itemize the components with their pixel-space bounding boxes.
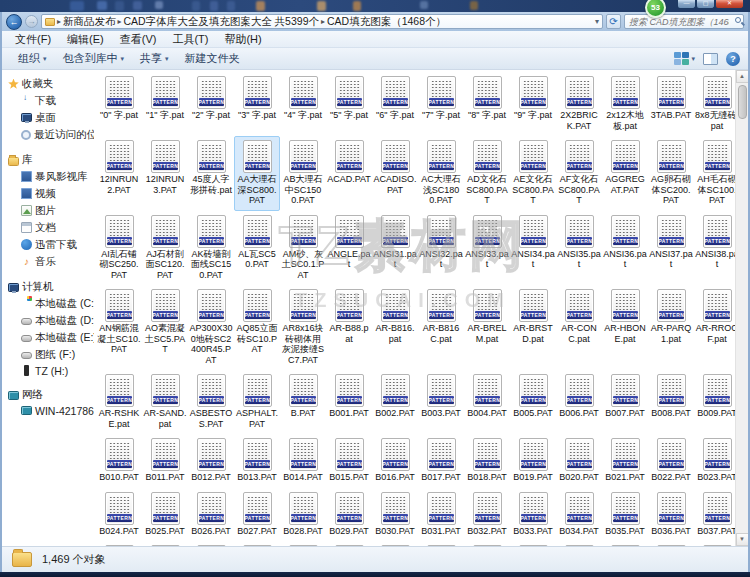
scrollbar-thumb[interactable] bbox=[738, 85, 747, 119]
sidebar-item[interactable]: 图片 bbox=[8, 202, 94, 219]
search-input[interactable] bbox=[624, 14, 744, 29]
file-item[interactable]: PATTERNB001.PAT bbox=[326, 370, 372, 434]
file-item[interactable]: PATTERNAP300X300地砖SC2400R45.PAT bbox=[188, 285, 234, 370]
menu-item[interactable]: 帮助(H) bbox=[217, 31, 268, 48]
file-item[interactable]: PATTERNAI乱石铺砌SC250.PAT bbox=[96, 211, 142, 286]
file-item[interactable]: PATTERN"6" 字.pat bbox=[372, 72, 418, 136]
menu-item[interactable]: 查看(V) bbox=[113, 31, 164, 48]
file-item[interactable]: PATTERNB.PAT bbox=[280, 370, 326, 434]
file-item[interactable]: PATTERNB011.PAT bbox=[142, 434, 188, 488]
file-item[interactable]: PATTERNACAD.PAT bbox=[326, 136, 372, 211]
sidebar-item[interactable]: 本地磁盘 (E:) bbox=[8, 329, 94, 346]
file-item[interactable]: PATTERNB006.PAT bbox=[556, 370, 602, 434]
back-button[interactable]: ← bbox=[6, 14, 22, 30]
file-item[interactable]: PATTERNB015.PAT bbox=[326, 434, 372, 488]
close-button[interactable]: ✕ bbox=[715, 0, 744, 9]
sidebar-section-header[interactable]: 计算机 bbox=[8, 279, 94, 295]
file-item[interactable]: PATTERNAR-BRSTD.pat bbox=[510, 285, 556, 370]
file-item[interactable]: PATTERN3TAB.PAT bbox=[648, 72, 694, 136]
file-item[interactable]: PATTERNAN钢筋混凝土SC10.PAT bbox=[96, 285, 142, 370]
file-item[interactable]: PATTERNB012.PAT bbox=[188, 434, 234, 488]
breadcrumb-segment[interactable]: CAD填充图案（1468个） bbox=[327, 15, 446, 29]
sidebar-item[interactable]: 最近访问的位置 bbox=[8, 126, 94, 143]
help-button[interactable]: ? bbox=[726, 52, 740, 66]
file-item[interactable]: PATTERNB021.PAT bbox=[602, 434, 648, 488]
file-item[interactable]: PATTERN"0" 字.pat bbox=[96, 72, 142, 136]
toolbar-button[interactable]: 共享▾ bbox=[132, 49, 177, 68]
file-item[interactable]: PATTERNACADISO.PAT bbox=[372, 136, 418, 211]
file-item[interactable]: PATTERNANGLE.pat bbox=[326, 211, 372, 286]
file-item[interactable]: PATTERNANSI34.pat bbox=[510, 211, 556, 286]
file-item[interactable]: PATTERNB008.PAT bbox=[648, 370, 694, 434]
sidebar-item[interactable]: 视频 bbox=[8, 185, 94, 202]
maximize-button[interactable]: ▢ bbox=[696, 0, 715, 9]
file-item[interactable]: PATTERNB007.PAT bbox=[602, 370, 648, 434]
sidebar-section-header[interactable]: 库 bbox=[8, 152, 94, 168]
file-item[interactable]: PATTERNAO素混凝土SC5.PAT bbox=[142, 285, 188, 370]
file-item[interactable]: PATTERNB036.PAT bbox=[648, 488, 694, 542]
file-item[interactable]: PATTERNANSI33.pat bbox=[464, 211, 510, 286]
file-item[interactable]: PATTERNAR-CONC.pat bbox=[556, 285, 602, 370]
toolbar-button[interactable]: 新建文件夹 bbox=[177, 49, 248, 68]
file-item[interactable]: PATTERNAE文化石SC800.PAT bbox=[510, 136, 556, 211]
sidebar-item[interactable]: 桌面 bbox=[8, 109, 94, 126]
file-item[interactable]: PATTERNB014.PAT bbox=[280, 434, 326, 488]
file-item[interactable]: PATTERNB031.PAT bbox=[418, 488, 464, 542]
file-item[interactable]: PATTERNB051.PAT bbox=[694, 541, 735, 546]
file-item[interactable]: PATTERNB017.PAT bbox=[418, 434, 464, 488]
file-item[interactable]: PATTERNANSI37.pat bbox=[648, 211, 694, 286]
toolbar-button[interactable]: 组织▾ bbox=[10, 49, 55, 68]
file-item[interactable]: PATTERNANSI31.pat bbox=[372, 211, 418, 286]
sidebar-section-header[interactable]: 网络 bbox=[8, 387, 94, 403]
file-item[interactable]: PATTERNAR-PARQ1.pat bbox=[648, 285, 694, 370]
file-item[interactable]: PATTERNB035.PAT bbox=[602, 488, 648, 542]
file-item[interactable]: PATTERNAR-BRELM.pat bbox=[464, 285, 510, 370]
breadcrumb-separator-icon[interactable]: ▸ bbox=[118, 17, 122, 26]
file-item[interactable]: PATTERNB020.PAT bbox=[556, 434, 602, 488]
file-item[interactable]: PATTERNAC大理石浅SC1800.PAT bbox=[418, 136, 464, 211]
file-item[interactable]: PATTERNB024.PAT bbox=[96, 488, 142, 542]
forward-button[interactable]: → bbox=[25, 15, 38, 28]
file-item[interactable]: PATTERNAK砖墙剖面线SC150.PAT bbox=[188, 211, 234, 286]
file-item[interactable]: PATTERNAR-HBONE.pat bbox=[602, 285, 648, 370]
file-item[interactable]: PATTERNB029.PAT bbox=[326, 488, 372, 542]
change-view-button[interactable]: ▾ bbox=[674, 52, 695, 65]
file-item[interactable]: PATTERNB042.PAT bbox=[280, 541, 326, 546]
sidebar-item[interactable]: 暴风影视库 bbox=[8, 168, 94, 185]
file-item[interactable]: PATTERN"2" 字.pat bbox=[188, 72, 234, 136]
sidebar-item[interactable]: ♪音乐 bbox=[8, 253, 94, 270]
sidebar-item[interactable]: 下载 bbox=[8, 92, 94, 109]
file-item[interactable]: PATTERNAR-B816.pat bbox=[372, 285, 418, 370]
file-item[interactable]: PATTERN2X2BRICK.PAT bbox=[556, 72, 602, 136]
file-item[interactable]: PATTERNAR-RROOF.pat bbox=[694, 285, 735, 370]
menu-item[interactable]: 编辑(E) bbox=[60, 31, 111, 48]
file-item[interactable]: PATTERNB003.PAT bbox=[418, 370, 464, 434]
file-item[interactable]: PATTERNB009.PAT bbox=[694, 370, 735, 434]
file-item[interactable]: PATTERNAR-B88.pat bbox=[326, 285, 372, 370]
file-item[interactable]: PATTERNB038.PAT bbox=[96, 541, 142, 546]
file-item[interactable]: PATTERN"4" 字.pat bbox=[280, 72, 326, 136]
file-item[interactable]: PATTERNB037.PAT bbox=[694, 488, 735, 542]
scroll-up-button[interactable]: ▲ bbox=[736, 70, 749, 83]
file-item[interactable]: PATTERN2x12木地板.pat bbox=[602, 72, 648, 136]
file-item[interactable]: PATTERN12INRUN3.PAT bbox=[142, 136, 188, 211]
breadcrumb-dropdown-icon[interactable]: ▾ bbox=[595, 17, 599, 26]
file-item[interactable]: PATTERNB028.PAT bbox=[280, 488, 326, 542]
file-item[interactable]: PATTERN8x8无缝砖.pat bbox=[694, 72, 735, 136]
file-item[interactable]: PATTERN"1" 字.pat bbox=[142, 72, 188, 136]
sidebar-item[interactable]: 本地磁盘 (C:) bbox=[8, 295, 94, 312]
file-item[interactable]: PATTERNB039.PAT bbox=[142, 541, 188, 546]
file-item[interactable]: PATTERNANSI36.pat bbox=[602, 211, 648, 286]
sidebar-item[interactable]: 本地磁盘 (D:) bbox=[8, 312, 94, 329]
minimize-button[interactable]: — bbox=[677, 0, 696, 9]
file-item[interactable]: PATTERNAL瓦SC50.PAT bbox=[234, 211, 280, 286]
file-item[interactable]: PATTERNAR-SAND.pat bbox=[142, 370, 188, 434]
file-item[interactable]: PATTERNB004.PAT bbox=[464, 370, 510, 434]
file-item[interactable]: PATTERNB022.PAT bbox=[648, 434, 694, 488]
file-item[interactable]: PATTERNB045.PAT bbox=[418, 541, 464, 546]
file-item[interactable]: PATTERNAR8x16块砖砌体用灰泥接缝SC7.PAT bbox=[280, 285, 326, 370]
toolbar-button[interactable]: 包含到库中▾ bbox=[55, 49, 133, 68]
file-item[interactable]: PATTERNAA大理石深SC800.PAT bbox=[234, 136, 280, 211]
file-item[interactable]: PATTERNAQ85立面砖SC10.PAT bbox=[234, 285, 280, 370]
sidebar-item[interactable]: WIN-421786U5OO bbox=[8, 403, 94, 418]
